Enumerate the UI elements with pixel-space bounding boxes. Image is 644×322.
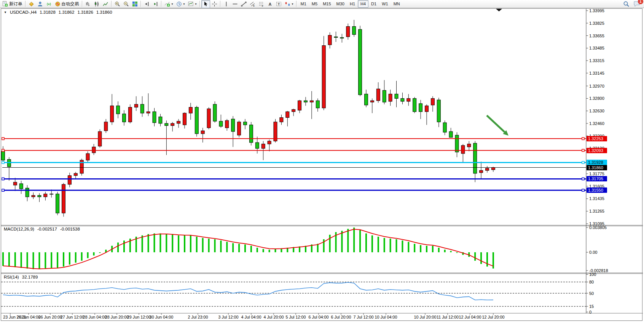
hline-left-anchor[interactable]: [2, 138, 4, 140]
chevron-down-icon[interactable]: ▾: [195, 2, 197, 6]
hline-price-tag[interactable]: 1.31705: [587, 176, 607, 181]
timeframe-h4-button[interactable]: H4: [358, 0, 368, 8]
price-axis-label: 1.31265: [589, 209, 604, 213]
price-axis-label: 1.32800: [589, 96, 604, 101]
bar-chart-button[interactable]: [84, 0, 92, 8]
timeframe-m30-button[interactable]: M30: [334, 0, 347, 8]
indicators-button[interactable]: ▾: [163, 0, 175, 8]
hline-price-tag[interactable]: 1.32093: [587, 148, 607, 153]
hline-price-tag[interactable]: 1.32253: [587, 136, 607, 141]
candle-body: [376, 89, 380, 101]
rsi-indicator-label: RSI(14) 32.1789: [4, 275, 40, 279]
hline-left-anchor[interactable]: [2, 161, 4, 163]
hline-right-anchor[interactable]: [582, 189, 584, 191]
signals-button[interactable]: [45, 0, 53, 8]
fibonacci-button[interactable]: F: [257, 0, 266, 8]
candle-body: [352, 26, 356, 34]
candle-body: [268, 141, 271, 144]
candle-body: [389, 94, 392, 101]
equidistant-channel-button[interactable]: E: [248, 0, 257, 8]
candle-body: [455, 135, 459, 152]
candle-body: [401, 98, 404, 101]
auto-scroll-button[interactable]: [151, 0, 160, 8]
community-button[interactable]: [36, 0, 45, 8]
indicator-icon: [164, 1, 170, 7]
zoom-out-button[interactable]: [122, 0, 131, 8]
candle-body: [365, 94, 368, 105]
hline-right-anchor[interactable]: [582, 149, 584, 152]
line-chart-button[interactable]: [101, 0, 110, 8]
timeframe-m15-button[interactable]: M15: [320, 0, 333, 8]
time-axis-label: 10 Jul 20:00: [414, 315, 437, 319]
zoom-in-button[interactable]: [113, 0, 122, 8]
search-icon[interactable]: [623, 1, 630, 7]
text-label-button[interactable]: T: [274, 0, 283, 8]
hline-price-tag[interactable]: 1.31550: [587, 187, 607, 193]
collapse-triangle-icon[interactable]: ▼: [4, 11, 7, 14]
candle-body: [244, 122, 247, 125]
tile-windows-button[interactable]: [131, 0, 139, 8]
candle-chart-button[interactable]: [92, 0, 101, 8]
trendline-button[interactable]: [239, 0, 248, 8]
chevron-down-icon[interactable]: ▾: [183, 2, 185, 6]
vertical-line-button[interactable]: [222, 0, 231, 8]
arrows-icon: [285, 1, 290, 7]
candle-body: [165, 123, 168, 126]
horizontal-line-button[interactable]: [231, 0, 239, 8]
chevron-down-icon[interactable]: ▾: [172, 2, 173, 6]
chart-shift-button[interactable]: [142, 0, 151, 8]
hline-right-anchor[interactable]: [582, 178, 584, 180]
cursor-button[interactable]: [201, 0, 210, 8]
candle-body: [322, 46, 325, 108]
text-button[interactable]: A: [266, 0, 274, 8]
arrows-button[interactable]: ▾: [283, 0, 295, 8]
hline-icon: [232, 1, 238, 7]
candle-body: [116, 106, 120, 114]
hline-right-anchor[interactable]: [582, 161, 584, 163]
candle-body: [255, 143, 259, 148]
periods-button[interactable]: ▾: [175, 0, 187, 8]
candle-body: [213, 104, 217, 121]
chevron-down-icon[interactable]: ▾: [292, 2, 293, 6]
candle-body: [407, 98, 410, 101]
candle-body: [310, 101, 313, 102]
candle-body: [425, 106, 429, 112]
tile-icon: [132, 1, 138, 7]
timeframe-w1-button[interactable]: W1: [379, 0, 391, 8]
templates-button[interactable]: ▾: [187, 0, 198, 8]
candle-body: [491, 168, 495, 170]
timeframe-mn-button[interactable]: MN: [391, 0, 403, 8]
timeframe-d1-button[interactable]: D1: [368, 0, 379, 8]
price-axis-label: 1.32970: [589, 84, 604, 88]
crosshair-button[interactable]: [210, 0, 219, 8]
hline-left-anchor[interactable]: [2, 189, 4, 191]
market-button[interactable]: [27, 0, 36, 8]
new-order-button[interactable]: 新订单: [1, 0, 24, 8]
auto-trading-button[interactable]: 自动交易: [53, 0, 81, 8]
hline-right-anchor[interactable]: [582, 138, 584, 140]
price-axis-label: 1.31435: [589, 196, 604, 201]
hline-left-anchor[interactable]: [2, 149, 4, 152]
timeframe-m1-button[interactable]: M1: [298, 0, 309, 8]
arrow-annotation[interactable]: [487, 115, 505, 132]
timeframe-h1-button[interactable]: H1: [347, 0, 358, 8]
chat-button[interactable]: 1: [633, 1, 640, 7]
autotrade-icon: [55, 1, 61, 7]
timeframe-m5-button[interactable]: M5: [309, 0, 320, 8]
chart-plot[interactable]: [0, 0, 644, 322]
toolbar-separator: [296, 1, 297, 7]
svg-text:F: F: [262, 5, 263, 7]
time-axis-label: 3 Jul 12:00: [218, 315, 239, 319]
chart-title[interactable]: ▼ USDCAD-,H4 1.31828 1.31862 1.31826 1.3…: [4, 10, 113, 14]
candle-body: [26, 188, 29, 197]
candle-body: [340, 37, 344, 38]
hline-left-anchor[interactable]: [2, 178, 4, 180]
time-axis-label: 26 Jun 20:00: [38, 315, 62, 319]
hline-price-tag[interactable]: 1.31928: [587, 160, 607, 165]
candle-body: [140, 104, 144, 113]
candle-body: [110, 106, 114, 122]
toolbar: 新订单自动交易▾▾▾EFAT▾M1M5M15M30H1H4D1W1MN1: [0, 0, 644, 8]
candle-body: [38, 195, 41, 197]
chart-shift-marker-icon[interactable]: [496, 9, 502, 11]
candle-body: [207, 109, 210, 128]
